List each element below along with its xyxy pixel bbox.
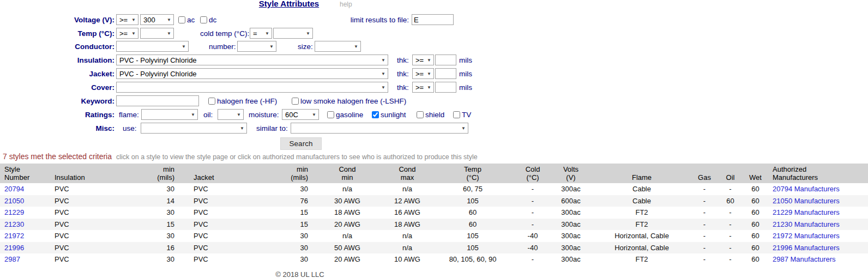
table-row: 21050PVC14PVC7630 AWG12 AWG105-600acCabl… <box>0 195 868 207</box>
cell-insulation: PVC <box>52 183 136 195</box>
style-number-link[interactable]: 20794 <box>4 185 24 193</box>
flame-select[interactable]: ▼ <box>141 109 198 120</box>
cell-jacket-min-mils: 15 <box>275 207 309 219</box>
conductor-number-select[interactable]: ▼ <box>237 41 276 52</box>
conductor-number-label: number: <box>209 41 236 52</box>
temp-row: Temp (°C): >=▼ ▼ cold temp (°C): =▼ ▼ <box>0 28 868 40</box>
table-row: 21996PVC16PVC3050 AWGn/a105-40300acHoriz… <box>0 242 868 254</box>
temp-op-select[interactable]: >=▼ <box>116 28 138 39</box>
insulation-select[interactable]: PVC - Polyvinyl Chloride▼ <box>116 55 388 65</box>
column-header-insulation-min-mils: min(mils) <box>136 164 176 183</box>
moisture-select[interactable]: 60C▼ <box>282 109 319 120</box>
insulation-thk-input[interactable] <box>435 55 456 65</box>
moisture-label: moisture: <box>249 109 279 120</box>
keyword-input[interactable] <box>116 95 199 106</box>
cell-jacket: PVC <box>176 219 275 231</box>
cell-flame: FT2 <box>593 253 691 265</box>
low-smoke-halogen-free-checkbox[interactable] <box>292 98 299 105</box>
dropdown-arrow-icon: ▼ <box>427 58 431 63</box>
results-hint: click on a style to view the style page … <box>116 153 478 161</box>
cold-temp-value-select[interactable]: ▼ <box>273 28 313 39</box>
page: Style Attributes help Voltage (V): >=▼ 3… <box>0 0 868 278</box>
jacket-thk-label: thk: <box>397 68 409 80</box>
cell-cond-max: 12 AWG <box>385 195 429 207</box>
search-button[interactable]: Search <box>280 137 322 150</box>
use-select[interactable]: ▼ <box>141 123 247 134</box>
dropdown-arrow-icon: ▼ <box>461 126 466 131</box>
gasoline-checkbox[interactable] <box>327 111 334 118</box>
cell-flame: Cable <box>593 183 691 195</box>
cell-volts: 300ac <box>549 230 593 242</box>
manufacturers-link[interactable]: 21996 Manufacturers <box>773 244 840 252</box>
style-number-link[interactable]: 21972 <box>4 232 24 240</box>
dropdown-arrow-icon: ▼ <box>237 112 241 117</box>
style-number-link[interactable]: 21050 <box>4 197 24 205</box>
cell-cold-c: -40 <box>516 230 549 242</box>
shield-checkbox[interactable] <box>417 111 424 118</box>
style-number-link[interactable]: 21996 <box>4 244 24 252</box>
ac-checkbox[interactable] <box>178 16 185 23</box>
low-smoke-halogen-free-label: low smoke halogen free (-LSHF) <box>300 95 406 107</box>
manufacturers-link[interactable]: 2987 Manufacturers <box>773 255 836 263</box>
cell-style-number: 2987 <box>0 253 52 265</box>
temp-label: Temp (°C): <box>0 28 114 39</box>
conductor-label: Conductor: <box>0 41 114 52</box>
column-header-authorized-manufacturers: AuthorizedManufacturers <box>768 164 868 183</box>
style-number-link[interactable]: 21229 <box>4 208 24 216</box>
dropdown-arrow-icon: ▼ <box>131 31 136 36</box>
sunlight-checkbox[interactable] <box>372 111 379 118</box>
cover-select[interactable]: ▼ <box>116 82 388 93</box>
cell-wet: 60 <box>743 195 768 207</box>
cover-thk-op-select[interactable]: >=▼ <box>412 82 434 93</box>
manufacturers-link[interactable]: 21230 Manufacturers <box>773 220 840 228</box>
ratings-label: Ratings: <box>0 109 114 120</box>
cover-thk-input[interactable] <box>435 82 456 93</box>
jacket-select[interactable]: PVC - Polyvinyl Chloride▼ <box>116 68 388 79</box>
column-header-volts: Volts(V) <box>549 164 593 183</box>
manufacturers-link[interactable]: 21972 Manufacturers <box>773 232 840 240</box>
column-header-flame: Flame <box>593 164 691 183</box>
dropdown-arrow-icon: ▼ <box>306 31 310 36</box>
cell-insulation: PVC <box>52 230 136 242</box>
manufacturers-link[interactable]: 21229 Manufacturers <box>773 208 840 216</box>
halogen-free-label: halogen free (-HF) <box>217 95 277 107</box>
cold-temp-op-select[interactable]: =▼ <box>250 28 272 39</box>
manufacturers-link[interactable]: 20794 Manufacturers <box>773 185 840 193</box>
oil-select[interactable]: ▼ <box>218 109 244 120</box>
insulation-label: Insulation: <box>0 55 114 66</box>
voltage-value-select[interactable]: 300▼ <box>140 14 174 25</box>
cell-oil: - <box>718 219 743 231</box>
manufacturers-link[interactable]: 21050 Manufacturers <box>773 197 840 205</box>
cell-oil: - <box>718 183 743 195</box>
dropdown-arrow-icon: ▼ <box>312 112 316 117</box>
cell-authorized-manufacturers: 2987 Manufacturers <box>768 253 868 265</box>
voltage-label: Voltage (V): <box>0 14 114 26</box>
similar-to-select[interactable]: ▼ <box>291 123 468 134</box>
cell-gas: - <box>691 219 718 231</box>
temp-value-select[interactable]: ▼ <box>140 28 174 39</box>
cell-oil: - <box>718 207 743 219</box>
similar-to-label: similar to: <box>256 123 288 134</box>
cell-jacket: PVC <box>176 183 275 195</box>
jacket-thk-op-select[interactable]: >=▼ <box>412 68 434 79</box>
cell-authorized-manufacturers: 21972 Manufacturers <box>768 230 868 242</box>
cell-temp-c: 60, 75 <box>429 183 516 195</box>
halogen-free-checkbox[interactable] <box>208 98 215 105</box>
conductor-select[interactable]: ▼ <box>116 41 189 52</box>
style-attributes-title-link[interactable]: Style Attributes <box>259 0 319 8</box>
flame-label: flame: <box>119 109 139 120</box>
tv-checkbox[interactable] <box>453 111 460 118</box>
limit-results-input[interactable] <box>412 14 454 25</box>
keyword-label: Keyword: <box>0 95 114 107</box>
insulation-thk-op-select[interactable]: >=▼ <box>412 55 434 65</box>
style-number-link[interactable]: 2987 <box>4 255 20 263</box>
jacket-thk-input[interactable] <box>435 68 456 79</box>
column-header-jacket-min-mils: min(mils) <box>275 164 309 183</box>
use-label: use: <box>123 123 137 134</box>
conductor-size-select[interactable]: ▼ <box>315 41 361 52</box>
help-link[interactable]: help <box>340 1 352 8</box>
voltage-op-select[interactable]: >=▼ <box>116 14 138 25</box>
style-number-link[interactable]: 21230 <box>4 220 24 228</box>
column-header-wet: Wet <box>743 164 768 183</box>
dc-checkbox[interactable] <box>200 16 207 23</box>
